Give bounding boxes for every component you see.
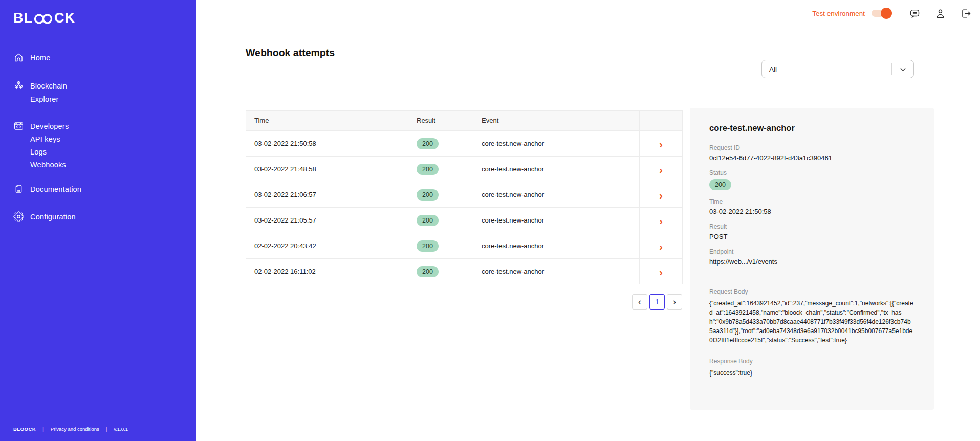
event-cell: core-test.new-anchor — [473, 233, 640, 259]
time-value: 03-02-2022 21:50:58 — [709, 208, 914, 215]
status-badge: 200 — [417, 266, 439, 277]
endpoint-field: Endpoint https://web.../v1/events — [709, 248, 914, 266]
table-row[interactable]: 03-02-2022 21:06:57 200 core-test.new-an… — [246, 182, 683, 208]
field-label: Time — [709, 198, 914, 205]
response-body-value: {"success":true} — [709, 368, 914, 378]
time-cell: 03-02-2022 21:50:58 — [246, 131, 408, 157]
documentation-icon — [13, 184, 24, 194]
status-badge: 200 — [709, 179, 731, 190]
footer-separator: | — [106, 426, 107, 432]
sidebar-footer: BLOOCK | Privacy and conditions | v.1.0.… — [13, 426, 128, 432]
event-cell: core-test.new-anchor — [473, 208, 640, 233]
column-header-action — [640, 111, 683, 131]
chevron-down-icon — [899, 65, 907, 74]
table-row[interactable]: 03-02-2022 21:48:58 200 core-test.new-an… — [246, 157, 683, 182]
column-header-event: Event — [473, 111, 640, 131]
status-field: Status 200 — [709, 169, 914, 190]
developers-icon — [13, 121, 24, 131]
sidebar-item-developers[interactable]: Developers — [13, 120, 188, 133]
row-open-chevron-icon[interactable]: › — [659, 190, 663, 201]
row-open-chevron-icon[interactable]: › — [659, 164, 663, 175]
sidebar-item-logs[interactable]: Logs — [30, 146, 188, 159]
request-body-value: {"created_at":1643921452,"id":237,"messa… — [709, 299, 914, 345]
logo-text-prefix: BL — [13, 10, 33, 26]
logo-infinity-icon — [33, 13, 54, 25]
field-label: Request ID — [709, 144, 914, 151]
row-open-chevron-icon[interactable]: › — [659, 241, 663, 252]
result-field: Result POST — [709, 223, 914, 240]
time-field: Time 03-02-2022 21:50:58 — [709, 198, 914, 215]
table-row[interactable]: 02-02-2022 20:43:42 200 core-test.new-an… — [246, 233, 683, 259]
result-cell: 200 — [408, 157, 473, 182]
sidebar-item-webhooks[interactable]: Webhooks — [30, 159, 188, 171]
environment-label: Test environment — [812, 10, 865, 17]
table-row[interactable]: 03-02-2022 21:05:57 200 core-test.new-an… — [246, 208, 683, 233]
time-cell: 03-02-2022 21:06:57 — [246, 182, 408, 208]
sidebar-item-configuration[interactable]: Configuration — [13, 210, 188, 224]
time-cell: 03-02-2022 21:05:57 — [246, 208, 408, 233]
row-open-chevron-icon[interactable]: › — [659, 215, 663, 226]
sidebar-item-home[interactable]: Home — [13, 51, 188, 64]
environment-switch-group: Test environment — [812, 10, 890, 17]
previous-page-button[interactable]: ‹ — [632, 294, 647, 310]
panel-divider — [709, 279, 914, 279]
event-cell: core-test.new-anchor — [473, 157, 640, 182]
sidebar-item-label: Home — [30, 51, 50, 64]
result-cell: 200 — [408, 233, 473, 259]
footer-brand: BLOOCK — [13, 426, 36, 432]
status-badge: 200 — [417, 138, 439, 149]
column-header-result: Result — [408, 111, 473, 131]
result-cell: 200 — [408, 259, 473, 284]
time-cell: 02-02-2022 20:43:42 — [246, 233, 408, 259]
home-icon — [13, 52, 24, 63]
bloock-logo[interactable]: BL CK — [13, 10, 75, 26]
table-row[interactable]: 02-02-2022 16:11:02 200 core-test.new-an… — [246, 259, 683, 284]
result-cell: 200 — [408, 208, 473, 233]
field-label: Status — [709, 169, 914, 177]
request-id-field: Request ID 0cf12e54-6d77-4022-892f-d43a1… — [709, 144, 914, 162]
status-badge: 200 — [417, 240, 439, 252]
sidebar-nav: Home Blockchain Explorer Developers API … — [13, 51, 188, 224]
sidebar-item-label: Blockchain Explorer — [30, 79, 88, 106]
gear-icon — [13, 211, 24, 222]
user-icon[interactable] — [934, 8, 946, 19]
sidebar-group-developers: Developers API keys Logs Webhooks — [13, 120, 188, 171]
detail-title: core-test.new-anchor — [709, 123, 914, 133]
webhook-detail-panel: core-test.new-anchor Request ID 0cf12e54… — [690, 108, 934, 410]
topbar: Test environment — [196, 0, 980, 27]
footer-separator: | — [42, 426, 43, 432]
field-label: Endpoint — [709, 248, 914, 255]
event-cell: core-test.new-anchor — [473, 259, 640, 284]
time-cell: 02-02-2022 16:11:02 — [246, 259, 408, 284]
response-body-section: Response Body {"success":true} — [709, 358, 914, 378]
status-badge: 200 — [417, 215, 439, 226]
event-cell: core-test.new-anchor — [473, 182, 640, 208]
table-row[interactable]: 03-02-2022 21:50:58 200 core-test.new-an… — [246, 131, 683, 157]
developers-submenu: API keys Logs Webhooks — [30, 133, 188, 171]
field-label: Response Body — [709, 358, 914, 365]
webhook-attempts-table: Time Result Event 03-02-2022 21:50:58 20… — [246, 110, 683, 284]
next-page-button[interactable]: › — [667, 294, 682, 310]
request-id-value: 0cf12e54-6d77-4022-892f-d43a1c390461 — [709, 154, 914, 162]
field-label: Request Body — [709, 288, 914, 295]
request-body-section: Request Body {"created_at":1643921452,"i… — [709, 288, 914, 345]
time-cell: 03-02-2022 21:48:58 — [246, 157, 408, 182]
sidebar-item-blockchain-explorer[interactable]: Blockchain Explorer — [13, 79, 188, 106]
result-cell: 200 — [408, 182, 473, 208]
environment-toggle[interactable] — [872, 10, 890, 17]
logout-icon[interactable] — [960, 8, 972, 19]
table-header-row: Time Result Event — [246, 111, 683, 131]
row-open-chevron-icon[interactable]: › — [659, 267, 663, 277]
sidebar: BL CK Home Blockchain Explorer — [0, 0, 196, 441]
sidebar-item-documentation[interactable]: Documentation — [13, 183, 188, 196]
event-filter-select[interactable]: All — [761, 60, 914, 78]
privacy-and-conditions-link[interactable]: Privacy and conditions — [51, 426, 99, 432]
chat-icon[interactable] — [909, 8, 921, 19]
row-open-chevron-icon[interactable]: › — [659, 139, 663, 149]
page-number-button[interactable]: 1 — [649, 294, 665, 310]
status-badge: 200 — [417, 164, 439, 175]
status-badge: 200 — [417, 189, 439, 201]
sidebar-item-api-keys[interactable]: API keys — [30, 133, 188, 146]
result-cell: 200 — [408, 131, 473, 157]
logo-text-suffix: CK — [54, 10, 75, 26]
